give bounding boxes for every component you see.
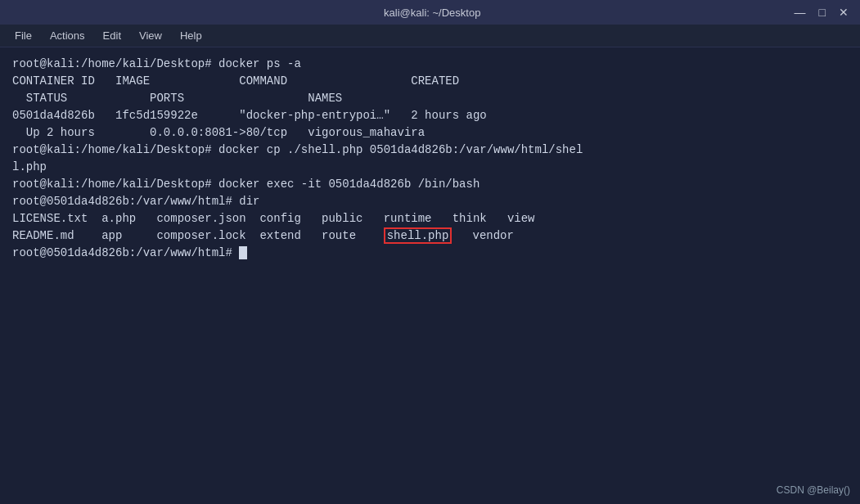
terminal-body[interactable]: root@kali:/home/kali/Desktop# docker ps … [0,47,860,504]
menu-edit[interactable]: Edit [95,28,129,43]
menu-bar: File Actions Edit View Help [0,25,860,47]
terminal-line-12: root@0501da4d826b:/var/www/html# [12,245,848,262]
close-button[interactable]: ✕ [835,6,852,19]
title-bar: kali@kali: ~/Desktop — □ ✕ [0,0,860,25]
window-title: kali@kali: ~/Desktop [74,7,791,19]
minimize-button[interactable]: — [791,6,809,19]
terminal-line-9: root@0501da4d826b:/var/www/html# dir [12,193,848,210]
menu-help[interactable]: Help [172,28,210,43]
terminal-line-10: LICENSE.txt a.php composer.json config p… [12,210,848,227]
watermark: CSDN @Beilay() [777,483,850,497]
menu-file[interactable]: File [7,28,40,43]
terminal-line-1: root@kali:/home/kali/Desktop# docker ps … [12,56,848,73]
highlighted-shell-php: shell.php [384,227,453,244]
terminal-line-2: CONTAINER ID IMAGE COMMAND CREATED [12,73,848,90]
terminal-cursor [239,246,247,259]
maximize-button[interactable]: □ [816,6,829,19]
terminal-line-5: Up 2 hours 0.0.0.0:8081->80/tcp vigorous… [12,124,848,142]
terminal-line-6: root@kali:/home/kali/Desktop# docker cp … [12,142,848,159]
terminal-line-7: l.php [12,159,848,176]
menu-view[interactable]: View [131,28,170,43]
window-controls: — □ ✕ [791,6,852,19]
terminal-line-4: 0501da4d826b 1fc5d159922e "docker-php-en… [12,107,848,124]
terminal-window: kali@kali: ~/Desktop — □ ✕ File Actions … [0,0,860,504]
terminal-line-8: root@kali:/home/kali/Desktop# docker exe… [12,176,848,193]
menu-actions[interactable]: Actions [42,28,93,43]
terminal-line-11: README.md app composer.lock extend route… [12,227,848,245]
terminal-line-3: STATUS PORTS NAMES [12,90,848,107]
